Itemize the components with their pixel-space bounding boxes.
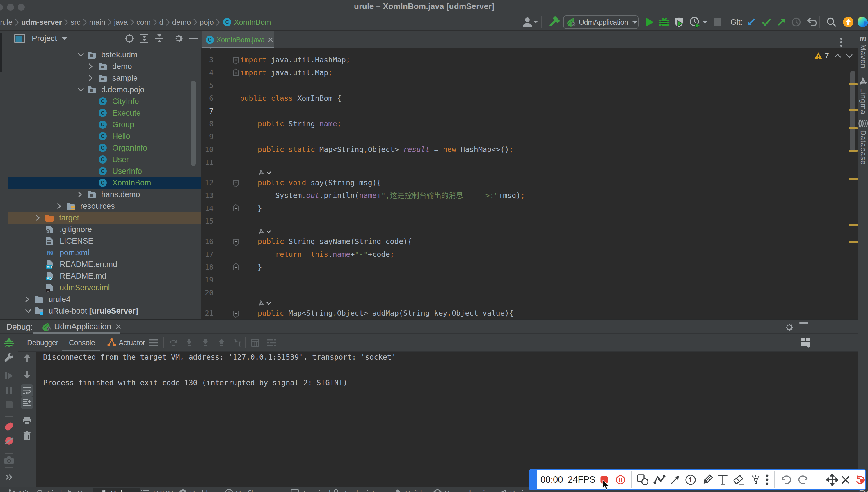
mute-breakpoints-button[interactable]	[4, 436, 14, 445]
warning-stripe-mark[interactable]	[849, 224, 858, 226]
tree-item-userinfo[interactable]: CUserInfo	[8, 165, 201, 177]
tree-item-udmserver-iml[interactable]: udmServer.iml	[8, 282, 201, 293]
tree-item-target[interactable]: target	[8, 212, 201, 224]
code-line-11[interactable]: 11	[201, 156, 858, 169]
rollback-button[interactable]	[807, 18, 817, 27]
eraser-tool-button[interactable]	[732, 474, 744, 485]
code-line-16[interactable]: 16 public String sayName(String code){	[201, 235, 858, 248]
ide-update-button[interactable]	[843, 17, 854, 28]
code-line-20[interactable]: 20	[201, 287, 858, 299]
debug-hide-icon[interactable]	[799, 322, 808, 324]
code-line-15[interactable]: 15	[201, 215, 858, 228]
view-breakpoints-button[interactable]	[4, 422, 14, 431]
lingma-codelens[interactable]	[201, 299, 858, 307]
print-button[interactable]	[22, 416, 32, 425]
tree-item-readme-md[interactable]: MDREADME.md	[8, 270, 201, 282]
tree-item-urule4[interactable]: urule4	[8, 293, 201, 305]
code-line-19[interactable]: 19	[201, 274, 858, 287]
tree-item-bstek-udm[interactable]: bstek.udm	[8, 49, 201, 60]
warning-stripe-mark[interactable]	[849, 109, 858, 111]
code-line-6[interactable]: 6public class XomInBom {	[201, 92, 858, 105]
restart-recording-button[interactable]	[855, 475, 865, 485]
lens-chevron-icon[interactable]	[266, 230, 271, 233]
tool-button-find[interactable]: Find	[37, 488, 62, 492]
pause-program-button[interactable]	[5, 387, 13, 395]
warning-stripe-mark[interactable]	[849, 150, 858, 152]
scribble-tool-button[interactable]	[653, 474, 665, 485]
chevron-down-icon[interactable]	[77, 52, 84, 57]
move-toolbar-button[interactable]	[826, 474, 838, 486]
debug-console[interactable]: Disconnected from the target VM, address…	[36, 352, 858, 487]
step-out-button[interactable]	[218, 339, 226, 347]
redo-button[interactable]	[797, 474, 808, 485]
build-button[interactable]	[548, 16, 560, 28]
step-over-button[interactable]	[169, 339, 178, 347]
lingma-button[interactable]	[857, 17, 868, 28]
chevron-right-icon[interactable]	[35, 214, 40, 221]
chevron-down-icon[interactable]	[25, 309, 32, 313]
tool-button-git[interactable]: Git	[8, 488, 28, 492]
tree-item-hans-demo[interactable]: hans.demo	[8, 189, 201, 200]
debug-tab-console[interactable]: Console	[69, 334, 95, 351]
git-push-button[interactable]	[777, 18, 786, 27]
tree-item-hello[interactable]: CHello	[8, 130, 201, 142]
debug-session-tab[interactable]: UdmApplication	[33, 320, 122, 333]
scroll-down-button[interactable]	[23, 370, 31, 379]
debug-tab-debugger[interactable]: Debugger	[27, 334, 58, 351]
run-to-cursor-button[interactable]	[234, 339, 242, 347]
tool-button-terminal[interactable]: Terminal	[291, 488, 331, 492]
tool-stripe-database[interactable]: Database	[858, 119, 868, 165]
more-tools-button[interactable]	[766, 474, 768, 485]
layout-settings-button[interactable]	[800, 338, 810, 348]
shapes-tool-button[interactable]	[637, 474, 649, 485]
project-view-caret-icon[interactable]	[61, 36, 68, 41]
profiler-caret-icon[interactable]	[702, 20, 709, 24]
tree-item-urule-boot[interactable]: uRule-boot [uruleServer]	[8, 305, 201, 317]
chevron-right-icon[interactable]	[57, 203, 61, 210]
editor-tab-xominbom[interactable]: C XomInBom.java	[202, 31, 274, 48]
user-menu-button[interactable]	[522, 17, 538, 27]
chevron-right-icon[interactable]	[77, 191, 82, 198]
next-warning-icon[interactable]	[846, 54, 853, 58]
tool-button-profiler[interactable]: Profiler	[225, 488, 260, 492]
code-line-9[interactable]: 9	[201, 130, 858, 143]
soft-wrap-button[interactable]	[21, 384, 33, 396]
code-line-5[interactable]: 5	[201, 79, 858, 92]
tree-item-d-demo-pojo[interactable]: d.demo.pojo	[8, 84, 201, 96]
text-tool-button[interactable]	[718, 474, 728, 485]
recorder-drag-handle[interactable]	[529, 469, 537, 490]
git-update-button[interactable]	[746, 18, 756, 27]
editor-options-kebab-icon[interactable]	[840, 38, 842, 47]
tree-item-pom-xml[interactable]: mpom.xml	[8, 247, 201, 259]
tool-button-run[interactable]: Run	[68, 488, 91, 492]
settings-sliders-button[interactable]	[267, 339, 276, 347]
laser-pointer-button[interactable]	[750, 474, 761, 486]
code-line-3[interactable]: 3import java.util.HashMap;	[201, 54, 858, 66]
tree-item-organinfo[interactable]: COrganInfo	[8, 142, 201, 154]
code-line-8[interactable]: 8 public String name;	[201, 118, 858, 130]
tree-item-execute[interactable]: CExecute	[8, 107, 201, 119]
close-recorder-button[interactable]	[841, 475, 850, 485]
code-line-12[interactable]: 12 public void say(String msg){	[201, 176, 858, 189]
tool-button-spring[interactable]: Spring	[499, 488, 532, 492]
lingma-codelens[interactable]	[201, 169, 858, 176]
chevron-right-icon[interactable]	[25, 296, 29, 303]
step-into-button[interactable]	[185, 339, 193, 347]
code-line-21[interactable]: 21 public Map<String,Object> addMap(Stri…	[201, 307, 858, 319]
more-actions-button[interactable]	[5, 474, 13, 481]
inspection-widget[interactable]: 7	[814, 51, 854, 60]
tree-item-resources[interactable]: resources	[8, 200, 201, 212]
tool-stripe-lingma[interactable]: Lingma	[858, 77, 868, 115]
resume-program-button[interactable]	[5, 371, 14, 380]
chevron-right-icon[interactable]	[88, 63, 93, 70]
pencil-tool-button[interactable]	[702, 474, 713, 485]
scroll-to-end-button[interactable]	[21, 397, 33, 409]
force-step-into-button[interactable]	[202, 339, 209, 347]
tool-button-dependencies[interactable]: Dependencies	[433, 488, 493, 492]
console-view-options-button[interactable]	[149, 339, 158, 346]
tree-item-license[interactable]: LICENSE	[8, 235, 201, 247]
tree-item-sample[interactable]: sample	[8, 72, 201, 84]
code-line-14[interactable]: 14 }	[201, 202, 858, 215]
locate-file-button[interactable]	[125, 33, 134, 43]
code-line-10[interactable]: 10 public static Map<String,Object> resu…	[201, 143, 858, 156]
